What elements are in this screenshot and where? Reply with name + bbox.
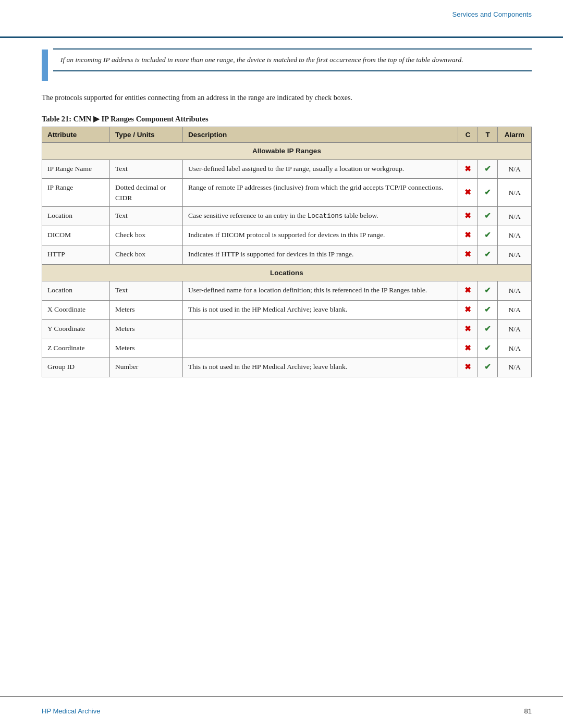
cell-t: ✔ <box>478 339 498 358</box>
x-mark-icon: ✖ <box>464 305 471 314</box>
header-title: Services and Components <box>452 10 532 18</box>
cell-t: ✔ <box>478 179 498 207</box>
table-row: Z CoordinateMeters✖✔N/A <box>42 339 532 358</box>
x-mark-icon: ✖ <box>464 188 471 196</box>
cell-c: ✖ <box>458 358 478 377</box>
cell-description: User-defined name for a location definit… <box>183 281 458 301</box>
x-mark-icon: ✖ <box>464 250 471 258</box>
body-text: The protocols supported for entities con… <box>42 92 469 103</box>
table-row: IP RangeDotted decimal or CIDRRange of r… <box>42 179 532 207</box>
cell-description: This is not used in the HP Medical Archi… <box>183 358 458 377</box>
section-header-cell: Allowable IP Ranges <box>42 143 532 160</box>
cell-t: ✔ <box>478 226 498 245</box>
cell-attribute: Group ID <box>42 358 110 377</box>
page-number: 81 <box>524 707 532 715</box>
table-row: HTTPCheck boxIndicates if HTTP is suppor… <box>42 245 532 264</box>
cell-type: Number <box>110 358 183 377</box>
page: Services and Components If an incoming I… <box>0 0 563 728</box>
cell-description: Case sensitive reference to an entry in … <box>183 207 458 226</box>
cell-c: ✖ <box>458 339 478 358</box>
page-header: Services and Components <box>452 10 532 18</box>
col-header-c: C <box>458 127 478 143</box>
warning-section: If an incoming IP address is included in… <box>42 48 532 81</box>
cell-alarm: N/A <box>498 358 532 377</box>
cell-c: ✖ <box>458 207 478 226</box>
cell-attribute: Z Coordinate <box>42 339 110 358</box>
cell-alarm: N/A <box>498 281 532 301</box>
cell-c: ✖ <box>458 159 478 179</box>
section-header-row: Allowable IP Ranges <box>42 143 532 160</box>
table-title: Table 21: CMN ▶ IP Ranges Component Attr… <box>42 115 532 124</box>
cell-description <box>183 319 458 339</box>
cell-description: Indicates if HTTP is supported for devic… <box>183 245 458 264</box>
cell-type: Text <box>110 281 183 301</box>
table-row: DICOMCheck boxIndicates if DICOM protoco… <box>42 226 532 245</box>
cell-c: ✖ <box>458 179 478 207</box>
x-mark-icon: ✖ <box>464 325 471 333</box>
cell-attribute: IP Range <box>42 179 110 207</box>
table-header-row: Attribute Type / Units Description C T A… <box>42 127 532 143</box>
check-mark-icon: ✔ <box>484 286 491 294</box>
table-row: LocationTextCase sensitive reference to … <box>42 207 532 226</box>
cell-description: Indicates if DICOM protocol is supported… <box>183 226 458 245</box>
col-header-t: T <box>478 127 498 143</box>
x-mark-icon: ✖ <box>464 286 471 294</box>
cell-attribute: Location <box>42 281 110 301</box>
footer-rule <box>0 696 563 697</box>
cell-alarm: N/A <box>498 301 532 320</box>
x-mark-icon: ✖ <box>464 212 471 220</box>
cell-t: ✔ <box>478 207 498 226</box>
check-mark-icon: ✔ <box>484 231 491 239</box>
table-row: LocationTextUser-defined name for a loca… <box>42 281 532 301</box>
cell-attribute: Y Coordinate <box>42 319 110 339</box>
x-mark-icon: ✖ <box>464 344 471 352</box>
table-row: X CoordinateMetersThis is not used in th… <box>42 301 532 320</box>
cell-description: User-defined label assigned to the IP ra… <box>183 159 458 179</box>
cell-alarm: N/A <box>498 226 532 245</box>
cell-description: This is not used in the HP Medical Archi… <box>183 301 458 320</box>
cell-type: Dotted decimal or CIDR <box>110 179 183 207</box>
cell-type: Check box <box>110 226 183 245</box>
cell-type: Meters <box>110 339 183 358</box>
check-mark-icon: ✔ <box>484 250 491 258</box>
cell-attribute: DICOM <box>42 226 110 245</box>
cell-alarm: N/A <box>498 245 532 264</box>
cell-c: ✖ <box>458 319 478 339</box>
cell-t: ✔ <box>478 358 498 377</box>
check-mark-icon: ✔ <box>484 212 491 220</box>
cell-attribute: Location <box>42 207 110 226</box>
cell-alarm: N/A <box>498 179 532 207</box>
cell-t: ✔ <box>478 245 498 264</box>
cell-c: ✖ <box>458 281 478 301</box>
col-header-alarm: Alarm <box>498 127 532 143</box>
warning-box: If an incoming IP address is included in… <box>53 48 532 71</box>
cell-type: Text <box>110 207 183 226</box>
cell-t: ✔ <box>478 301 498 320</box>
cell-c: ✖ <box>458 301 478 320</box>
cell-t: ✔ <box>478 319 498 339</box>
cell-alarm: N/A <box>498 339 532 358</box>
check-mark-icon: ✔ <box>484 363 491 371</box>
cell-type: Check box <box>110 245 183 264</box>
x-mark-icon: ✖ <box>464 165 471 173</box>
check-mark-icon: ✔ <box>484 305 491 314</box>
cell-alarm: N/A <box>498 207 532 226</box>
cell-alarm: N/A <box>498 159 532 179</box>
cell-attribute: X Coordinate <box>42 301 110 320</box>
page-footer: HP Medical Archive 81 <box>42 707 532 715</box>
section-header-row: Locations <box>42 264 532 281</box>
cell-type: Meters <box>110 319 183 339</box>
check-mark-icon: ✔ <box>484 325 491 333</box>
cell-c: ✖ <box>458 226 478 245</box>
section-header-cell: Locations <box>42 264 532 281</box>
cell-attribute: HTTP <box>42 245 110 264</box>
x-mark-icon: ✖ <box>464 231 471 239</box>
col-header-attribute: Attribute <box>42 127 110 143</box>
col-header-type: Type / Units <box>110 127 183 143</box>
check-mark-icon: ✔ <box>484 188 491 196</box>
col-header-description: Description <box>183 127 458 143</box>
table-row: Group IDNumberThis is not used in the HP… <box>42 358 532 377</box>
cell-t: ✔ <box>478 159 498 179</box>
footer-product: HP Medical Archive <box>42 707 100 715</box>
cell-type: Meters <box>110 301 183 320</box>
